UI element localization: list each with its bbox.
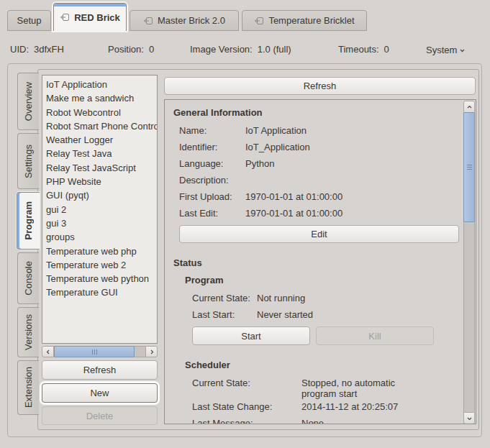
info-row-language: Language: Python bbox=[179, 156, 459, 173]
button-label: Start bbox=[241, 331, 260, 342]
tab-master-brick[interactable]: Master Brick 2.0 bbox=[130, 10, 239, 31]
sidetab-label: Overview bbox=[23, 82, 34, 121]
list-item[interactable]: Make me a sandwich bbox=[42, 91, 157, 105]
scrollbar-grip bbox=[467, 169, 472, 170]
scrollbar-thumb[interactable] bbox=[54, 346, 135, 357]
list-item[interactable]: Weather Logger bbox=[42, 133, 157, 147]
scroll-up-button[interactable] bbox=[463, 101, 475, 113]
chevron-up-icon bbox=[466, 104, 473, 110]
edit-button[interactable]: Edit bbox=[179, 225, 459, 243]
list-item[interactable]: Temperature web python bbox=[42, 272, 157, 285]
timeouts-label: Timeouts: bbox=[338, 44, 379, 55]
uid-field: UID:3dfxFH bbox=[10, 44, 64, 55]
list-item[interactable]: GUI (pyqt) bbox=[42, 188, 157, 202]
scrollbar-grip bbox=[467, 167, 472, 168]
row-label: First Upload: bbox=[179, 189, 245, 202]
panel-vertical-scrollbar[interactable] bbox=[463, 101, 475, 424]
info-row-identifier: Identifier: IoT_Application bbox=[179, 140, 459, 156]
sidetab-console[interactable]: Console bbox=[17, 252, 39, 304]
scheduler-title: Scheduler bbox=[185, 360, 459, 371]
button-label: Refresh bbox=[304, 81, 337, 91]
program-status-title: Program bbox=[185, 275, 459, 286]
row-label: Description: bbox=[179, 173, 245, 186]
row-value: Never started bbox=[257, 307, 313, 320]
list-horizontal-scrollbar[interactable] bbox=[42, 346, 158, 357]
sidetab-program[interactable]: Program bbox=[17, 192, 40, 250]
list-item[interactable]: Relay Test JavaScript bbox=[42, 161, 157, 175]
list-item[interactable]: IoT Application bbox=[42, 78, 157, 91]
scroll-right-button[interactable] bbox=[145, 346, 158, 357]
uid-value: 3dfxFH bbox=[34, 44, 64, 55]
tab-label: Setup bbox=[17, 15, 42, 26]
row-label: Identifier: bbox=[179, 140, 245, 152]
uid-label: UID: bbox=[10, 44, 29, 55]
chevron-left-icon bbox=[45, 349, 51, 355]
program-info-content: General Information Name: IoT Applicatio… bbox=[165, 100, 463, 424]
scrollbar-grip bbox=[92, 349, 93, 355]
detach-tab-icon bbox=[254, 17, 264, 25]
image-version-label: Image Version: bbox=[190, 44, 253, 55]
start-button[interactable]: Start bbox=[192, 326, 310, 345]
tab-setup[interactable]: Setup bbox=[7, 10, 51, 31]
row-value: None bbox=[301, 416, 324, 424]
scrollbar-track[interactable] bbox=[54, 346, 145, 357]
row-value: 2014-11-12 at 20:25:07 bbox=[301, 399, 398, 412]
new-button[interactable]: New bbox=[42, 383, 158, 403]
sidetab-versions[interactable]: Versions bbox=[17, 307, 39, 357]
button-label: Delete bbox=[86, 411, 114, 421]
timeouts-field: Timeouts:0 bbox=[338, 44, 389, 55]
scroll-down-button[interactable] bbox=[463, 412, 475, 424]
scrollbar-grip bbox=[96, 349, 97, 355]
list-item[interactable]: Robot Webcontrol bbox=[42, 106, 157, 119]
status-title: Status bbox=[173, 257, 459, 269]
sidetab-extension[interactable]: Extension bbox=[17, 360, 39, 415]
row-value: 1970-01-01 at 01:00:00 bbox=[245, 206, 342, 219]
list-item[interactable]: gui 2 bbox=[42, 203, 157, 216]
scrollbar-track[interactable] bbox=[463, 113, 475, 412]
list-item[interactable]: PHP Website bbox=[42, 175, 157, 188]
tab-temperature-bricklet[interactable]: Temperature Bricklet bbox=[242, 10, 367, 31]
list-item[interactable]: Relay Test Java bbox=[42, 147, 157, 160]
sidetab-label: Console bbox=[23, 261, 34, 296]
sidetab-label: Settings bbox=[23, 145, 34, 178]
row-label: Last Start: bbox=[192, 307, 257, 320]
list-item[interactable]: groups bbox=[42, 230, 157, 244]
row-label: Last Message: bbox=[192, 416, 301, 424]
info-row-last-edit: Last Edit: 1970-01-01 at 01:00:00 bbox=[179, 206, 459, 222]
info-row-description: Description: bbox=[179, 173, 459, 189]
scrollbar-thumb[interactable] bbox=[463, 112, 475, 222]
row-value: IoT Application bbox=[245, 123, 307, 136]
row-label: Name: bbox=[179, 123, 245, 136]
list-refresh-button[interactable]: Refresh bbox=[42, 360, 158, 380]
list-item[interactable]: Temperature web 2 bbox=[42, 258, 157, 272]
system-menu-button[interactable]: System bbox=[422, 42, 470, 58]
tab-red-brick[interactable]: RED Brick bbox=[53, 3, 127, 31]
row-label: Last Edit: bbox=[179, 206, 245, 219]
program-last-start-row: Last Start: Never started bbox=[192, 307, 459, 324]
list-item[interactable]: Robot Smart Phone Control bbox=[42, 119, 157, 133]
tab-label: Temperature Bricklet bbox=[268, 15, 354, 26]
row-value: Stopped, no automatic program start bbox=[301, 375, 424, 399]
chevron-down-icon bbox=[459, 47, 466, 53]
list-item[interactable]: Temperature web php bbox=[42, 244, 157, 258]
list-item[interactable]: gui 3 bbox=[42, 216, 157, 230]
program-info-scroll-area: General Information Name: IoT Applicatio… bbox=[164, 99, 476, 424]
position-field: Position:0 bbox=[108, 44, 154, 55]
list-item[interactable]: Temperature GUI bbox=[42, 285, 157, 299]
button-label: Edit bbox=[311, 229, 327, 239]
scroll-left-button[interactable] bbox=[42, 346, 54, 357]
panel-refresh-button[interactable]: Refresh bbox=[164, 77, 476, 95]
sidetab-settings[interactable]: Settings bbox=[17, 133, 39, 189]
program-list[interactable]: IoT Application Make me a sandwich Robot… bbox=[42, 75, 158, 344]
row-label: Last State Change: bbox=[192, 399, 301, 412]
scheduler-current-state-row: Current State: Stopped, no automatic pro… bbox=[192, 375, 459, 399]
position-label: Position: bbox=[108, 44, 144, 55]
detach-tab-icon bbox=[143, 17, 153, 25]
sidetab-overview[interactable]: Overview bbox=[17, 73, 39, 130]
timeouts-value: 0 bbox=[384, 44, 389, 55]
row-value: Python bbox=[245, 156, 274, 169]
general-information-title: General Information bbox=[173, 107, 459, 119]
kill-button[interactable]: Kill bbox=[316, 326, 434, 345]
scheduler-last-change-row: Last State Change: 2014-11-12 at 20:25:0… bbox=[192, 399, 459, 416]
delete-button[interactable]: Delete bbox=[42, 406, 158, 425]
